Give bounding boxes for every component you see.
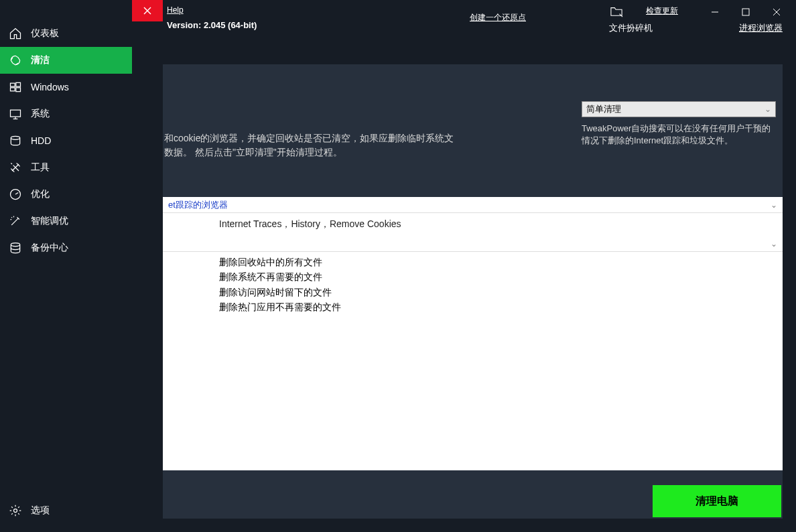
svg-rect-4 (11, 110, 21, 117)
file-shredder-link[interactable]: 文件扮碎机 (609, 22, 653, 34)
list-item: 删除回收站中的所有文件 (219, 255, 726, 269)
sidebar-item-label: 工具 (31, 161, 50, 174)
dropdown-value: 简单清理 (586, 103, 621, 115)
sidebar-item-tools[interactable]: 工具 (0, 154, 132, 181)
svg-rect-16 (742, 9, 749, 15)
list-item: 删除热门应用不再需要的文件 (219, 300, 726, 314)
version-label: Version: 2.045 (64-bit) (167, 20, 257, 30)
sidebar-item-label: 选项 (31, 505, 50, 517)
sidebar-item-system[interactable]: 系统 (0, 101, 132, 127)
svg-point-10 (11, 243, 19, 247)
tools-icon (8, 160, 23, 175)
sidebar-item-label: 清洁 (31, 54, 50, 66)
top-bar: Help Version: 2.045 (64-bit) 创建一个还原点 检查更… (163, 0, 796, 38)
hdd-icon (8, 133, 23, 148)
section-title: et跟踪的浏览器 (168, 199, 228, 211)
sidebar-item-label: 智能调优 (31, 215, 68, 227)
monitor-icon (8, 107, 23, 121)
panel-footer-bar (163, 476, 783, 485)
clean-computer-button[interactable]: 清理电脑 (653, 485, 781, 517)
window-close-button[interactable] (761, 4, 792, 20)
process-viewer-link[interactable]: 进程浏览器 (739, 22, 783, 34)
gauge-icon (8, 187, 23, 202)
minimize-button[interactable] (700, 4, 730, 20)
svg-point-7 (11, 136, 19, 139)
main-panel: 和cookie的浏览器，并确定回收站是否已清空，如果应删除临时系统文 数据。 然… (163, 64, 783, 519)
windows-icon (8, 80, 23, 94)
help-link[interactable]: Help (167, 5, 184, 15)
list-item: 删除访问网站时留下的文件 (219, 285, 726, 300)
sidebar-item-label: 优化 (31, 188, 50, 200)
sidebar-item-optimize[interactable]: 优化 (0, 181, 132, 208)
section-header-browser[interactable]: et跟踪的浏览器 ⌄ (163, 197, 783, 213)
mode-description: TweakPower自动搜索可以在没有任何用户干预的情况下删除的Internet… (582, 123, 776, 147)
wand-icon (8, 214, 23, 228)
sidebar-item-label: Windows (31, 82, 69, 92)
sidebar-item-windows[interactable]: Windows (0, 74, 132, 101)
sidebar-item-dashboard[interactable]: 仪表板 (0, 20, 132, 47)
home-icon (8, 26, 23, 41)
sidebar-item-clean[interactable]: 清洁 (0, 47, 132, 74)
maximize-button[interactable] (730, 4, 761, 20)
sidebar-item-smart-tuning[interactable]: 智能调优 (0, 208, 132, 235)
section-header-2[interactable]: ⌄ (163, 236, 783, 252)
recycle-icon (8, 53, 23, 68)
svg-rect-0 (11, 83, 15, 86)
description-text: 和cookie的浏览器，并确定回收站是否已清空，如果应删除临时系统文 数据。 然… (163, 131, 575, 159)
close-button[interactable] (132, 0, 163, 21)
link-label: 创建一个还原点 (470, 12, 526, 23)
svg-point-11 (14, 509, 17, 513)
gear-icon (8, 503, 23, 518)
link-label: 文件扮碎机 (609, 23, 653, 33)
sidebar-item-hdd[interactable]: HDD (0, 127, 132, 154)
sidebar-item-label: 备份中心 (31, 242, 68, 254)
list-item: 删除系统不再需要的文件 (219, 269, 726, 284)
cleanup-item-list: 删除回收站中的所有文件 删除系统不再需要的文件 删除访问网站时留下的文件 删除热… (163, 252, 783, 318)
folder-icon (609, 5, 624, 17)
svg-rect-3 (16, 88, 21, 92)
database-icon (8, 241, 23, 255)
check-update-link[interactable]: 检查更新 (632, 5, 692, 17)
link-label: 进程浏览器 (739, 23, 783, 33)
button-label: 清理电脑 (695, 494, 738, 509)
sidebar-item-backup[interactable]: 备份中心 (0, 235, 132, 261)
sidebar-item-options[interactable]: 选项 (0, 497, 132, 524)
chevron-down-icon: ⌄ (765, 105, 771, 114)
sidebar-item-label: HDD (31, 135, 51, 146)
sidebar: 仪表板 清洁 Windows 系统 HDD (0, 0, 132, 532)
svg-rect-2 (11, 88, 15, 91)
cleaning-mode-dropdown[interactable]: 简单清理 ⌄ (582, 101, 776, 117)
svg-rect-1 (16, 82, 21, 86)
link-label: 检查更新 (646, 5, 678, 17)
chevron-down-icon: ⌄ (771, 239, 777, 249)
sidebar-item-label: 系统 (31, 108, 50, 120)
results-panel: et跟踪的浏览器 ⌄ Internet Traces，History，Remov… (163, 197, 783, 470)
section-subtitle: Internet Traces，History，Remove Cookies (163, 213, 783, 236)
restore-point-link[interactable]: 创建一个还原点 (454, 12, 541, 23)
chevron-down-icon: ⌄ (771, 200, 777, 210)
sidebar-item-label: 仪表板 (31, 27, 59, 40)
svg-line-9 (15, 193, 18, 195)
